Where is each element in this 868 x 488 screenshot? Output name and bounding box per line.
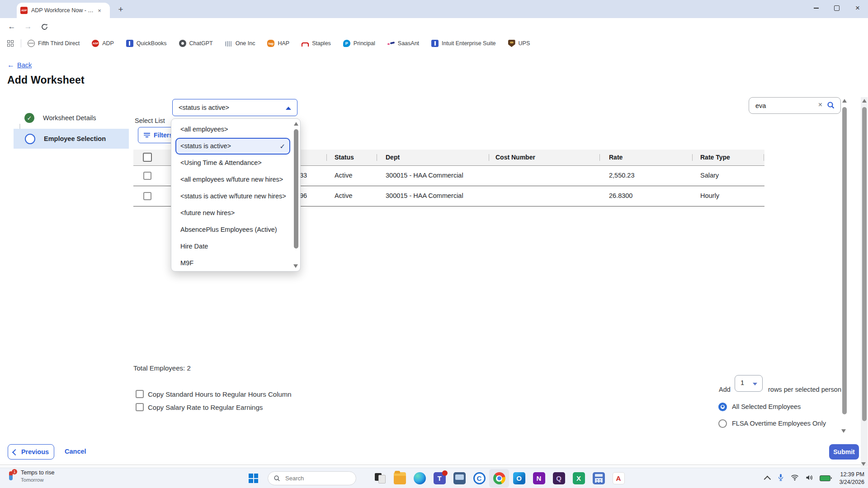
bookmark-label: Fifth Third Direct (38, 40, 80, 47)
taskbar-app-button[interactable]: C (469, 469, 489, 488)
taskbar-app-button[interactable]: Q (549, 469, 569, 488)
taskbar-weather-widget[interactable]: Temps to rise Tomorrow (5, 469, 54, 483)
window-maximize-button[interactable] (826, 0, 847, 16)
taskbar-search-box[interactable] (268, 471, 356, 485)
browser-toolbar: ← → workforcenow.adp.com/theme/admin.htm… (0, 18, 868, 35)
dropdown-option[interactable]: AbsencePlus Employees (Active) (175, 221, 290, 238)
scroll-up-icon[interactable] (842, 99, 847, 103)
employee-scope-radio-row[interactable]: FLSA Overtime Employees Only (718, 418, 826, 428)
dropdown-option-label: <future new hires> (180, 206, 235, 221)
dropdown-option[interactable]: <status is active> (175, 138, 290, 155)
wifi-icon[interactable] (791, 474, 799, 483)
copy-option-checkbox[interactable] (136, 390, 144, 398)
select-list-combobox[interactable]: <status is active> (172, 99, 297, 116)
app-icon (453, 472, 466, 484)
bookmark-item[interactable]: Intuit Enterprise Suite (431, 40, 496, 47)
row-checkbox[interactable] (143, 172, 151, 180)
add-rows-select[interactable]: 1 (735, 375, 763, 392)
taskbar-app-button[interactable]: X (569, 469, 589, 488)
window-minimize-button[interactable] (806, 0, 826, 16)
apps-grid-icon[interactable] (7, 40, 14, 47)
bookmark-item[interactable]: UPS (508, 40, 530, 47)
taskbar-app-button[interactable]: N (529, 469, 549, 488)
dropdown-option[interactable]: <status is active w/future new hires> (175, 188, 290, 205)
bookmark-favicon-icon (179, 40, 186, 47)
step-employee-selection[interactable]: Employee Selection (14, 129, 129, 149)
dropdown-scrollbar-thumb[interactable] (294, 129, 298, 249)
bookmark-item[interactable]: QuickBooks (126, 40, 167, 47)
app-icon: X (573, 472, 585, 484)
cancel-link[interactable]: Cancel (65, 448, 86, 455)
copy-option-row[interactable]: Copy Salary Rate to Regular Earnings (136, 402, 263, 413)
tray-chevron-icon[interactable] (764, 476, 771, 483)
dropdown-option[interactable]: <all employees> (175, 121, 290, 138)
copy-option-checkbox[interactable] (136, 403, 144, 411)
taskbar-app-button[interactable]: A (609, 469, 628, 488)
start-button[interactable] (249, 474, 258, 483)
clear-search-icon[interactable] (818, 101, 822, 109)
reload-icon[interactable] (39, 21, 50, 32)
dropdown-option[interactable]: M9F (175, 255, 290, 272)
copy-option-row[interactable]: Copy Standard Hours to Regular Hours Col… (136, 389, 292, 399)
taskbar-app-button[interactable]: O (509, 469, 529, 488)
taskbar-search-input[interactable] (284, 474, 345, 482)
employee-scope-radio-row[interactable]: All Selected Employees (718, 402, 801, 412)
content-scrollbar[interactable] (841, 97, 848, 434)
tab-close-icon[interactable] (95, 6, 104, 14)
dropdown-option[interactable]: <future new hires> (175, 205, 290, 221)
scroll-down-icon[interactable] (861, 462, 866, 466)
taskbar-app-button[interactable]: T (429, 469, 449, 488)
column-header-rate-type[interactable]: Rate Type (700, 154, 730, 161)
scroll-up-icon[interactable] (294, 122, 298, 126)
battery-icon[interactable] (820, 475, 830, 481)
bookmark-item[interactable]: One Inc (225, 40, 255, 47)
column-header-dept[interactable]: Dept (386, 154, 400, 161)
step-worksheet-details[interactable]: Worksheet Details (14, 108, 129, 128)
back-nav-icon[interactable]: ← (6, 21, 17, 32)
row-checkbox[interactable] (143, 192, 151, 200)
taskbar-app-button[interactable] (390, 469, 410, 488)
radio-icon[interactable] (718, 403, 727, 411)
bookmark-item[interactable]: Principal (343, 40, 375, 47)
bookmark-item[interactable]: ADP (92, 40, 114, 47)
speaker-icon[interactable] (806, 474, 813, 483)
taskbar-clock[interactable]: 12:39 PM 3/24/2026 (839, 471, 864, 486)
page-scrollbar-thumb[interactable] (862, 107, 867, 421)
select-all-checkbox[interactable] (143, 153, 152, 162)
bookmark-item[interactable]: ChatGPT (179, 40, 213, 47)
dropdown-option[interactable]: <Using Time & Attendance> (175, 155, 290, 171)
employee-search-input[interactable] (755, 99, 811, 112)
radio-icon[interactable] (718, 419, 727, 428)
browser-tab[interactable]: ADP ADP Workforce Now - Manage (17, 3, 110, 18)
content-scrollbar-thumb[interactable] (842, 107, 847, 414)
bookmark-item[interactable]: HAP (267, 40, 289, 47)
bookmark-item[interactable]: Staples (302, 40, 331, 47)
column-header-status[interactable]: Status (335, 154, 354, 161)
filter-icon (144, 133, 150, 137)
dropdown-option[interactable]: Hire Date (175, 238, 290, 255)
forward-nav-icon[interactable]: → (23, 21, 33, 32)
column-header-cost-number[interactable]: Cost Number (495, 154, 535, 161)
previous-button[interactable]: Previous (8, 444, 54, 460)
bookmark-label: UPS (519, 40, 530, 47)
taskbar-app-button[interactable] (370, 469, 390, 488)
submit-button[interactable]: Submit (829, 444, 859, 460)
window-close-button[interactable] (847, 0, 868, 16)
scroll-down-icon[interactable] (841, 429, 846, 433)
scroll-down-icon[interactable] (293, 264, 298, 268)
search-icon[interactable] (827, 101, 835, 111)
microphone-icon[interactable] (778, 474, 784, 483)
taskbar-app-button[interactable] (489, 469, 509, 488)
taskbar-app-button[interactable] (410, 469, 429, 488)
page-scrollbar[interactable] (861, 97, 868, 467)
taskbar-app-button[interactable] (449, 469, 469, 488)
dropdown-option[interactable]: <all employees w/future new hires> (175, 171, 290, 188)
column-header-rate[interactable]: Rate (609, 154, 623, 161)
back-link[interactable]: Back (7, 61, 32, 69)
scroll-up-icon[interactable] (862, 99, 867, 103)
new-tab-button[interactable] (115, 4, 126, 15)
taskbar-app-button[interactable] (589, 469, 609, 488)
bookmark-item[interactable]: SaasAnt (387, 40, 419, 47)
bookmark-item[interactable]: Fifth Third Direct (28, 40, 80, 47)
dropdown-scrollbar[interactable] (293, 121, 299, 269)
